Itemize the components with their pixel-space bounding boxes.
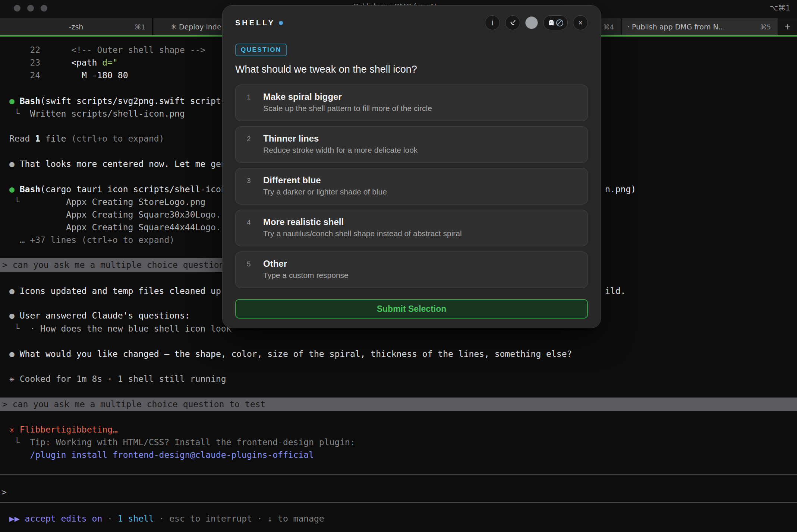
terminal-text: └ [9, 324, 30, 333]
terminal-line: └ Tip: Working with HTML/CSS? Install th… [9, 436, 355, 449]
terminal-line: 22 <!-- Outer shell shape --> [9, 44, 205, 56]
satellite-icon [509, 19, 517, 27]
terminal-text: 23 [9, 58, 71, 67]
terminal-text: What would you like changed — the shape,… [20, 349, 572, 359]
terminal-line: … +37 lines (ctrl+o to expand) [9, 234, 174, 246]
option-number: 1 [247, 93, 251, 101]
terminal-line: 23 <path d=" [9, 56, 118, 69]
terminal-text: ● [9, 96, 20, 106]
submit-selection-button[interactable]: Submit Selection [235, 299, 588, 319]
terminal-text: > can you ask me a multiple choice quest… [2, 260, 224, 270]
terminal-text: … +37 lines (ctrl+o to expand) [9, 235, 174, 245]
terminal-line: ● That looks more centered now. Let me g… [9, 158, 231, 170]
terminal-text: (ctrl+o to expand) [71, 134, 164, 143]
terminal-line: ild. [605, 285, 626, 297]
dialog-header: SHELLY i [235, 6, 588, 30]
terminal-text: User answered Claude's questions: [20, 311, 190, 320]
terminal-text: └ [9, 109, 30, 118]
option-description: Type a custom response [236, 269, 587, 280]
terminal-line: ● Bash(cargo tauri icon scripts/shell-ic… [9, 183, 231, 196]
terminal-line: > [1, 486, 7, 498]
shelly-dialog: SHELLY i [222, 5, 601, 328]
option-card-1[interactable]: 1Make spiral biggerScale up the shell pa… [235, 85, 588, 121]
terminal-text: ild. [605, 286, 626, 296]
terminal-line: ● Bash(swift scripts/svg2png.swift scrip… [9, 95, 231, 107]
terminal-text: > [1, 487, 7, 497]
option-description: Scale up the shell pattern to fill more … [236, 102, 587, 113]
divider [0, 474, 797, 475]
terminal-line: ● User answered Claude's questions: [9, 309, 190, 322]
divider [0, 502, 797, 503]
tab-label: -zsh [69, 23, 84, 31]
terminal-text: Written scripts/shell-icon.png [30, 109, 185, 118]
terminal-text: M -180 80 [82, 70, 128, 80]
terminal-line: Read 1 file (ctrl+o to expand) [9, 132, 164, 145]
terminal-text: ● [9, 311, 20, 320]
tab-label: ✳ Deploy inde [171, 23, 221, 31]
terminal-text: 1 shell [118, 514, 154, 523]
terminal-text: └ [9, 197, 20, 207]
ghost-icon [548, 19, 555, 26]
option-description: Reduce stroke width for a more delicate … [236, 144, 587, 155]
option-card-3[interactable]: 3Different blueTry a darker or lighter s… [235, 168, 588, 205]
terminal-text: (cargo tauri icon scripts/shell-icon. [40, 184, 231, 194]
terminal-tab-4[interactable]: · Publish app DMG from N...⌘5 [622, 18, 778, 35]
option-title: Different blue [236, 168, 587, 186]
terminal-text: ✳ Flibbertigibbeting… [9, 425, 118, 434]
terminal-line: └ Written scripts/shell-icon.png [9, 107, 185, 120]
question-badge: QUESTION [235, 44, 287, 56]
tab-label: · Publish app DMG from N... [627, 23, 725, 31]
question-title: What should we tweak on the shell icon? [235, 64, 588, 75]
terminal-text: d=" [102, 58, 118, 67]
option-card-2[interactable]: 2Thinner linesReduce stroke width for a … [235, 126, 588, 163]
online-status-dot-icon [279, 21, 283, 25]
info-button[interactable]: i [485, 15, 500, 30]
terminal-text: ● [9, 349, 20, 359]
terminal-text: Read [9, 134, 35, 143]
option-title: Other [236, 252, 587, 269]
option-title: Thinner lines [236, 127, 587, 144]
terminal-line: ● What would you like changed — the shap… [9, 348, 572, 360]
info-icon: i [492, 19, 493, 27]
terminal-text: Bash [20, 184, 40, 194]
terminal-line: ● Icons updated and temp files cleaned u… [9, 285, 226, 297]
terminal-text: Tip: Working with HTML/CSS? Install the … [30, 437, 355, 447]
terminal-text: file [40, 134, 71, 143]
close-dialog-button[interactable]: × [573, 15, 588, 30]
tab-shortcut: ⌘5 [760, 23, 778, 31]
terminal-line: └ Appx Creating StoreLogo.png [9, 196, 205, 208]
terminal-text: <path [71, 58, 102, 67]
terminal-text: > can you ask me a multiple choice quest… [2, 399, 265, 409]
terminal-line: /plugin install frontend-design@claude-p… [9, 449, 314, 461]
ghost-disabled-button[interactable] [543, 15, 568, 30]
terminal-text: ● [9, 286, 20, 296]
option-card-4[interactable]: 4More realistic shellTry a nautilus/conc… [235, 210, 588, 246]
prohibited-icon [556, 19, 563, 26]
option-title: More realistic shell [236, 210, 587, 227]
option-card-5[interactable]: 5OtherType a custom response [235, 251, 588, 288]
terminal-text: n.png) [605, 184, 636, 194]
option-number: 4 [247, 218, 251, 227]
terminal-line: ✳ Cooked for 1m 8s · 1 shell still runni… [9, 373, 226, 385]
tab-shortcut: ⌘1 [135, 23, 152, 31]
terminal-text: Appx Creating Square44x44Logo. [9, 222, 221, 232]
terminal-text: · [102, 514, 118, 523]
option-description: Try a darker or lighter shade of blue [236, 186, 587, 196]
terminal-text: Appx Creating StoreLogo.png [20, 197, 206, 207]
terminal-text: └ [9, 437, 30, 447]
option-title: Make spiral bigger [236, 85, 587, 102]
terminal-text: ✳ Cooked for 1m 8s · 1 shell still runni… [9, 374, 226, 384]
terminal-text: · How does the new blue shell icon look [30, 324, 231, 333]
terminal-line: Appx Creating Square30x30Logo. [9, 208, 221, 221]
close-icon: × [578, 19, 583, 27]
new-tab-button[interactable]: + [778, 18, 797, 35]
option-number: 2 [247, 135, 251, 143]
terminal-line: ✳ Flibbertigibbeting… [9, 423, 118, 436]
window-shortcut-hint: ⌥⌘1 [769, 3, 790, 12]
terminal-tab-1[interactable]: -zsh⌘1 [0, 18, 153, 35]
record-indicator-icon[interactable] [525, 16, 538, 29]
terminal-text: Appx Creating Square30x30Logo. [9, 210, 221, 219]
terminal-line: 24 M -180 80 [9, 69, 128, 82]
satellite-button[interactable] [505, 15, 520, 30]
option-number: 5 [247, 260, 251, 268]
